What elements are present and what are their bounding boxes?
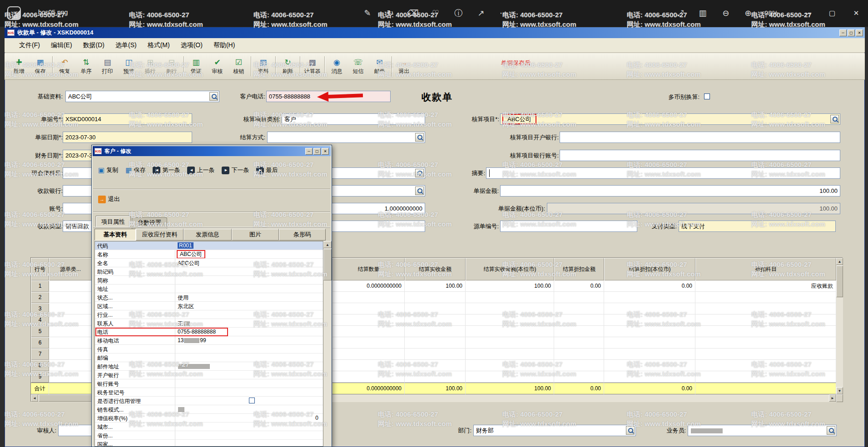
property-value[interactable] <box>175 422 323 431</box>
grid-cell[interactable] <box>466 326 554 337</box>
tab-项目属性[interactable]: 项目属性 <box>95 216 131 228</box>
salesman-input[interactable] <box>688 425 837 436</box>
property-value[interactable] <box>175 354 323 362</box>
zoom-in-icon[interactable]: ⊕ <box>740 5 756 21</box>
property-row-地址[interactable]: 地址 <box>95 285 323 293</box>
grid-cell[interactable] <box>332 326 405 337</box>
toolbar-button-邮件[interactable]: ✉邮件 <box>369 54 390 79</box>
grid-cell[interactable] <box>332 303 405 314</box>
dialog-toolbar-上一条[interactable]: ◀上一条 <box>187 166 214 174</box>
summary-input[interactable] <box>486 167 840 179</box>
property-value[interactable] <box>175 379 323 388</box>
dialog-toolbar-下一条[interactable]: ▶下一条 <box>222 166 249 174</box>
lookup-magnifier-icon[interactable] <box>827 426 835 435</box>
close-icon[interactable]: ✕ <box>856 29 863 36</box>
pay-type-input[interactable]: 线下支付 <box>679 221 836 232</box>
property-value[interactable] <box>175 371 323 379</box>
grid-cell[interactable] <box>695 303 836 314</box>
grid-cell[interactable] <box>554 371 604 383</box>
grid-cell[interactable] <box>466 337 554 349</box>
grid-cell[interactable]: 0.0000000000 <box>332 280 405 292</box>
grid-cell[interactable] <box>604 360 695 371</box>
grid-cell[interactable] <box>554 360 604 371</box>
favorite-icon[interactable]: ♡ <box>428 5 443 21</box>
grid-cell[interactable] <box>405 349 466 360</box>
property-row-区域...[interactable]: 区域...东北区 <box>95 302 323 310</box>
grid-row-number[interactable]: 2 <box>31 292 49 303</box>
grid-cell[interactable] <box>554 292 604 303</box>
toolbar-button-恢复[interactable]: ↶恢复 <box>54 54 75 79</box>
grid-cell[interactable] <box>554 349 604 360</box>
property-row-简称[interactable]: 简称 <box>95 276 323 285</box>
grid-cell[interactable] <box>405 360 466 371</box>
grid-row-number[interactable]: 4 <box>31 314 49 326</box>
rotate-icon[interactable]: ↻ <box>382 5 398 21</box>
menu-item-选单(S)[interactable]: 选单(S) <box>110 38 142 52</box>
property-value[interactable] <box>175 362 323 371</box>
grid-cell[interactable] <box>466 349 554 360</box>
multi-currency-checkbox[interactable] <box>704 93 710 99</box>
close-icon[interactable]: ✕ <box>844 0 868 26</box>
property-row-开户银行[interactable]: 开户银行 <box>95 371 323 379</box>
property-row-是否进行信用管理[interactable]: 是否进行信用管理 <box>95 397 323 405</box>
scroll-left-icon[interactable]: ◄ <box>31 394 38 402</box>
property-row-代码[interactable]: 代码R001 <box>95 241 323 250</box>
maximize-icon[interactable]: ▢ <box>313 148 321 155</box>
property-row-行业...[interactable]: 行业... <box>95 310 323 319</box>
dialog-toolbar-最后[interactable]: ▶|最后 <box>256 166 278 174</box>
grid-cell[interactable] <box>405 326 466 337</box>
grid-cell[interactable] <box>49 303 92 314</box>
toolbar-button-打印[interactable]: ▤打印 <box>97 54 118 79</box>
grid-row-number[interactable]: 9 <box>31 371 49 383</box>
grid-cell[interactable] <box>405 337 466 349</box>
close-icon[interactable]: ✕ <box>322 148 329 155</box>
source-no-input[interactable] <box>500 221 637 232</box>
grid-row-number[interactable]: 6 <box>31 337 49 349</box>
toolbar-button-计算器[interactable]: ▩计算器 <box>302 54 323 79</box>
grid-cell[interactable] <box>554 326 604 337</box>
grid-cell[interactable] <box>466 371 554 383</box>
property-value[interactable]: 使用 <box>175 293 323 302</box>
doc-date-input[interactable]: 2023-07-30 <box>63 132 192 143</box>
grid-cell[interactable] <box>554 303 604 314</box>
grid-cell[interactable] <box>695 326 836 337</box>
grid-cell[interactable] <box>695 360 836 371</box>
grid-cell[interactable] <box>466 303 554 314</box>
grid-cell[interactable] <box>49 326 92 337</box>
property-row-税务登记号[interactable]: 税务登记号 <box>95 388 323 397</box>
item-bank-input[interactable] <box>560 132 840 143</box>
grid-cell[interactable] <box>49 280 92 292</box>
kis-title-bar[interactable]: KIS 收款单 - 修改 - XSKD000014 ─▢✕ <box>5 27 865 38</box>
property-value[interactable]: 1399 <box>175 336 323 345</box>
grid-cell[interactable]: 0.00 <box>604 280 695 292</box>
dialog-title-bar[interactable]: KIS 客户 - 修改 ─▢✕ <box>93 146 331 156</box>
grid-cell[interactable] <box>332 360 405 371</box>
grid-cell[interactable] <box>604 303 695 314</box>
subtab-图片[interactable]: 图片 <box>232 229 279 241</box>
minimize-icon[interactable]: ─ <box>305 148 312 155</box>
grid-cell[interactable] <box>405 371 466 383</box>
grid-cell[interactable] <box>405 314 466 326</box>
vertical-scroll-thumb[interactable] <box>323 249 332 280</box>
toolbar-button-保存[interactable]: ▦保存 <box>30 54 51 79</box>
property-value[interactable] <box>175 310 323 319</box>
property-row-省份...[interactable]: 省份... <box>95 431 323 440</box>
scroll-down-icon[interactable]: ▼ <box>836 387 843 394</box>
grid-cell[interactable] <box>695 292 836 303</box>
property-row-电话[interactable]: 电话0755-88888888 <box>95 328 323 336</box>
property-value[interactable]: 王 <box>175 319 323 328</box>
scroll-up-icon[interactable]: ▲ <box>836 258 843 265</box>
grid-cell[interactable] <box>604 314 695 326</box>
property-value[interactable] <box>175 440 323 447</box>
grid-cell[interactable] <box>554 337 604 349</box>
property-row-全名[interactable]: 全名ABC公司 <box>95 259 323 267</box>
property-value[interactable]: 东北区 <box>175 302 323 310</box>
amount-input[interactable]: 100.00 <box>500 185 840 196</box>
scroll-right-icon[interactable]: ► <box>829 394 836 402</box>
menu-item-帮助(H)[interactable]: 帮助(H) <box>208 38 240 52</box>
toolbar-button-资料[interactable]: ▧资料 <box>253 54 274 79</box>
toolbar-button-删行[interactable]: ⊟删行 <box>161 54 182 79</box>
grid-cell[interactable] <box>332 337 405 349</box>
property-value[interactable] <box>175 345 323 354</box>
grid-row-number[interactable]: 5 <box>31 326 49 337</box>
